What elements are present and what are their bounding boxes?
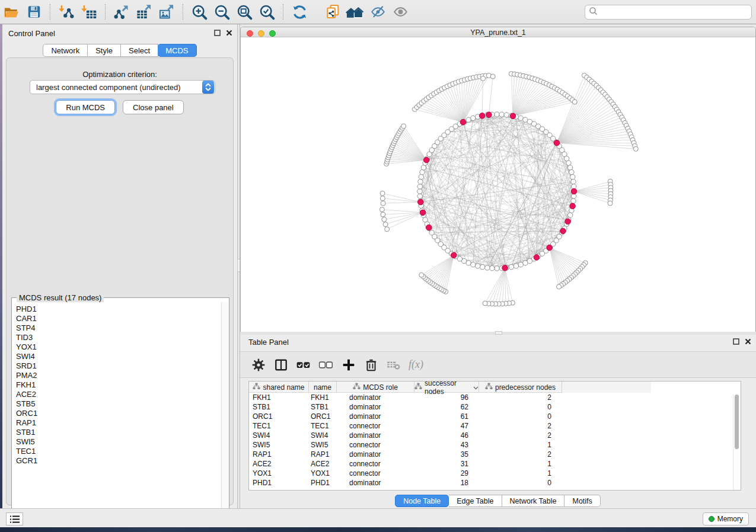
float-panel-icon[interactable] <box>214 29 221 38</box>
import-network-icon[interactable] <box>56 3 76 21</box>
table-mode-gear-icon[interactable] <box>247 356 270 374</box>
mcds-result-item[interactable]: STB1 <box>16 428 222 437</box>
mcds-list-scrollbar[interactable] <box>221 302 228 517</box>
network-graph[interactable] <box>241 37 755 332</box>
mcds-node[interactable] <box>486 112 492 118</box>
export-image-icon[interactable] <box>157 3 177 21</box>
table-row[interactable]: YOX1YOX1connector291 <box>249 469 741 478</box>
mcds-result-item[interactable]: STP4 <box>16 323 222 333</box>
function-builder-icon[interactable]: f(x) <box>409 358 423 371</box>
delete-columns-icon[interactable] <box>360 356 382 374</box>
mcds-node[interactable] <box>554 140 560 146</box>
table-row[interactable]: STB1STB1dominator620 <box>249 402 741 412</box>
table-scrollbar[interactable] <box>733 394 739 490</box>
memory-button[interactable]: Memory <box>703 512 749 525</box>
scrollbar-thumb[interactable] <box>735 395 739 449</box>
column-header-shared-name[interactable]: shared name <box>249 382 309 393</box>
tab-style[interactable]: Style <box>88 44 121 57</box>
close-panel-icon[interactable] <box>226 29 232 38</box>
split-view-icon[interactable] <box>270 356 292 374</box>
show-graphics-details-icon[interactable] <box>390 3 410 21</box>
table-row[interactable]: SWI5SWI5connector431 <box>249 440 741 450</box>
mcds-result-item[interactable]: CAR1 <box>16 314 222 323</box>
add-column-icon[interactable] <box>337 356 360 374</box>
mcds-result-item[interactable]: ACE2 <box>16 390 222 399</box>
mcds-result-item[interactable]: GCR1 <box>16 456 222 466</box>
criterion-select[interactable]: largest connected component (undirected) <box>30 80 215 94</box>
mcds-node[interactable] <box>426 225 432 230</box>
column-header-MCDS-role[interactable]: MCDS role <box>337 382 414 393</box>
mcds-node[interactable] <box>417 199 423 205</box>
export-table-icon[interactable] <box>134 3 154 21</box>
column-header-predecessor-nodes[interactable]: predecessor nodes <box>479 382 562 393</box>
mcds-result-item[interactable]: RAP1 <box>16 418 222 428</box>
welcome-screen-icon[interactable] <box>345 3 365 21</box>
hide-graphics-details-icon[interactable] <box>368 3 388 21</box>
table-row[interactable]: ORC1ORC1dominator610 <box>249 412 741 421</box>
new-network-from-selection-icon[interactable] <box>323 3 343 21</box>
unselect-all-icon[interactable] <box>315 356 337 374</box>
mcds-result-item[interactable]: PMA2 <box>16 371 222 380</box>
export-network-icon[interactable] <box>111 3 132 21</box>
mcds-node[interactable] <box>479 113 485 119</box>
show-panels-list-button[interactable] <box>6 512 23 525</box>
table-row[interactable]: RAP1RAP1dominator352 <box>249 450 741 459</box>
mcds-node[interactable] <box>571 188 577 194</box>
table-row[interactable]: ACE2ACE2connector311 <box>249 459 741 469</box>
mcds-node[interactable] <box>423 157 429 163</box>
tab-node-table[interactable]: Node Table <box>395 495 449 507</box>
mcds-result-item[interactable]: PHD1 <box>16 305 222 314</box>
sort-chevron-icon[interactable] <box>473 383 479 392</box>
mcds-node[interactable] <box>460 119 466 125</box>
mcds-result-item[interactable]: YOX1 <box>16 342 222 352</box>
mcds-node[interactable] <box>565 219 571 225</box>
search-input[interactable] <box>598 6 751 18</box>
tab-mcds[interactable]: MCDS <box>158 44 196 57</box>
refresh-layout-icon[interactable] <box>289 3 310 21</box>
select-all-icon[interactable] <box>292 356 315 374</box>
mcds-node[interactable] <box>510 113 516 119</box>
mcds-node[interactable] <box>420 210 426 216</box>
mcds-result-item[interactable]: TID3 <box>16 333 222 342</box>
save-icon[interactable] <box>24 3 44 21</box>
mcds-result-item[interactable]: SRD1 <box>16 361 222 371</box>
tab-network-table[interactable]: Network Table <box>502 495 565 507</box>
import-table-icon[interactable] <box>79 3 99 21</box>
mcds-result-item[interactable]: SWI5 <box>16 437 222 447</box>
close-panel-icon[interactable] <box>745 338 751 347</box>
open-file-icon[interactable] <box>1 3 21 21</box>
mcds-result-list[interactable]: PHD1CAR1STP4TID3YOX1SWI4SRD1PMA2FKH1ACE2… <box>12 302 222 517</box>
network-window-titlebar[interactable]: YPA_prune.txt_1 <box>241 27 755 37</box>
zoom-in-icon[interactable] <box>189 3 209 21</box>
table-row[interactable]: SWI4SWI4dominator462 <box>249 431 741 440</box>
zoom-out-icon[interactable] <box>212 3 232 21</box>
float-panel-icon[interactable] <box>733 338 739 347</box>
tab-select[interactable]: Select <box>121 44 158 57</box>
delete-table-icon[interactable] <box>382 356 405 374</box>
close-panel-button[interactable]: Close panel <box>123 100 184 114</box>
search-field[interactable] <box>585 5 752 20</box>
mcds-result-item[interactable]: ORC1 <box>16 409 222 418</box>
column-header-successor-nodes[interactable]: successor nodes <box>414 382 479 393</box>
mcds-result-item[interactable]: STB5 <box>16 399 222 409</box>
mcds-result-item[interactable]: SWI4 <box>16 352 222 361</box>
zoom-selected-icon[interactable] <box>257 3 277 21</box>
mcds-node[interactable] <box>547 245 553 251</box>
run-mcds-button[interactable]: Run MCDS <box>56 100 115 114</box>
tab-motifs[interactable]: Motifs <box>564 495 600 507</box>
tab-edge-table[interactable]: Edge Table <box>449 495 502 507</box>
mcds-result-item[interactable]: FKH1 <box>16 380 222 390</box>
mcds-node[interactable] <box>560 228 566 234</box>
table-row[interactable]: TEC1TEC1connector472 <box>249 421 741 431</box>
mcds-node[interactable] <box>534 255 540 261</box>
column-header-name[interactable]: name <box>309 382 337 393</box>
table-row[interactable]: FKH1FKH1dominator962 <box>249 393 741 402</box>
table-row[interactable]: PHD1PHD1dominator180 <box>249 478 741 488</box>
mcds-node[interactable] <box>502 265 508 271</box>
mcds-node[interactable] <box>570 203 576 209</box>
network-canvas[interactable] <box>241 37 755 332</box>
mcds-node[interactable] <box>451 252 457 258</box>
zoom-fit-icon[interactable] <box>234 3 254 21</box>
tab-network[interactable]: Network <box>43 44 88 57</box>
mcds-result-item[interactable]: TEC1 <box>16 447 222 456</box>
